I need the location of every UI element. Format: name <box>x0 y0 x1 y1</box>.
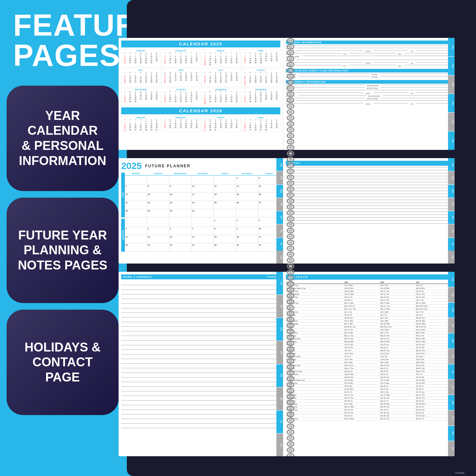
table-row: Eid al-FitrMar 30-31, SunMar 19-20, ThuM… <box>286 325 452 328</box>
july-calendar-block: JULY MONDAY TUESDAY WEDNESDAY THURSDAY F… <box>121 173 280 217</box>
month-april: APRIL SuMoTuWeThFrSa 12345 6789101112 13… <box>241 49 281 67</box>
table-row: Lunar New YearJan 29, WedFeb 17, TueFeb … <box>286 290 452 293</box>
table-row: Eid al-AdhaJun 6, FriMay 26, TueMay 16, … <box>286 349 452 352</box>
table-row: Christmas DayDec 25, ThuDec 25, FriDec 2… <box>286 408 452 411</box>
table-row: Father's DayJun 15, SunJun 21, SunJun 20… <box>286 352 452 355</box>
month-december: DECEMBER SuMoTuWeThFrSa 123456 789101112… <box>241 88 281 106</box>
notes-line <box>286 191 452 191</box>
card-name-row1: CARD NAME PHONE <box>286 73 452 75</box>
month-july: JULY SuMoTuWeThFrSa 12345 6789101112 131… <box>201 68 240 87</box>
na-row <box>121 410 280 414</box>
na-row <box>121 294 280 299</box>
na-row <box>121 391 280 396</box>
na-row <box>121 387 280 391</box>
company-row: COMPANY NAME <box>286 56 452 58</box>
general-info-page: GENERAL INFORMATION NAME ADDRESS CITY ST… <box>283 38 455 150</box>
table-row: PurimMar 13-14, ThuMar 2-3, MonMar 22-23… <box>286 308 452 311</box>
notes-line <box>286 179 452 179</box>
table-row: Valentine's DayFeb 14, FriFeb 14, SatFeb… <box>286 296 452 299</box>
feature-labels-container: YEAR CALENDAR& PERSONALINFORMATION FUTUR… <box>7 86 119 422</box>
july-week3: 14 15 16 17 18 19 20 <box>125 193 280 201</box>
notes-line <box>286 211 452 212</box>
emergency-header: EMERGENCY INFORMATION <box>286 80 452 84</box>
aug-week4: 18 19 20 21 22 23 24 <box>125 243 280 252</box>
table-row: Lincoln's BirthdayFeb 12, WedFeb 12, Thu… <box>286 293 452 296</box>
holidays-header: HOLIDAYS <box>286 274 452 280</box>
spiral-binding <box>287 38 294 456</box>
col-2026: 2026 <box>379 281 415 284</box>
notify-row: NOTIFY RELATIONSHIP <box>286 85 452 87</box>
notes-line <box>286 185 452 185</box>
month-march: MARCH SuMoTuWeThFrSa 1 2345678 910111213… <box>201 49 240 67</box>
city-state-zip-row4: CITY STATE ZIP <box>286 103 452 105</box>
table-row: Veterans DayNov 11, TueNov 11, WedNov 11… <box>286 394 452 397</box>
month-tabs-spread1: JAN FEB MAR APR MAY JUN <box>448 38 455 150</box>
feature-label-year-calendar: YEAR CALENDAR& PERSONALINFORMATION <box>7 86 119 191</box>
month-tabs-spread2-right: JAN FEB MAR APR MAY JUN JUL AUG <box>448 158 455 264</box>
table-row: EasterApr 20, SunApr 5, SunMar 28, Sun <box>286 317 452 320</box>
na-row <box>121 396 280 401</box>
na-row <box>121 341 280 345</box>
na-row <box>121 368 280 373</box>
table-row: Columbus DayOct 13, MonOct 12, MonOct 11… <box>286 382 452 385</box>
table-row: Mother's DayMay 11, SunMay 10, SunMay 9,… <box>286 334 452 337</box>
col-2025: 2025 <box>344 281 379 284</box>
table-row: Cinco de MayoMay 5, MonMay 5, TueMay 5, … <box>286 331 452 334</box>
month-august: AUGUST SuMoTuWeThFrSa 12 3456789 1011121… <box>241 68 281 87</box>
phone-fax-cell-row: PHONE FAX CELL <box>286 53 452 55</box>
lost-stolen-header: LOST/STOLEN CREDIT CARD INFORMATION <box>286 69 452 72</box>
fp-year: 2025 <box>121 161 142 171</box>
na-row <box>121 405 280 410</box>
table-row: Cyber MondayDec 1, MonNov 30, MonNov 29,… <box>286 403 452 406</box>
na-row <box>121 345 280 350</box>
future-planner-page: 2025 FUTURE PLANNER JULY MONDAY TUESDAY … <box>119 158 283 264</box>
notes-line <box>286 217 452 218</box>
notes-line <box>286 176 452 176</box>
table-row: HoliMar 14-15, FriMar 3-4, TueMar 22-23,… <box>286 305 452 308</box>
table-row: JuneteenthJun 19, ThuJun 19, FriJun 19, … <box>286 346 452 349</box>
calendar-2025-page: CALENDAR 2025 JANUARY SuMoTuWeThFrSa 123… <box>119 38 283 150</box>
table-row: Grandparents' DaySep 13, SunSep 13, SunS… <box>286 364 452 367</box>
table-row: New Year's EveDec 31, WedDec 31, ThuDec … <box>286 417 452 420</box>
notes-page: NOTES JAN FEB MAR <box>283 158 455 264</box>
na-title: NAME & ADDRESS <box>123 275 152 278</box>
na-row <box>121 318 280 322</box>
na-row <box>121 382 280 387</box>
table-row: SukkotOct 6, MonSep 25, FriOct 15, Fri <box>286 385 452 388</box>
lost-stolen-section: LOST/STOLEN CREDIT CARD INFORMATION CARD… <box>286 69 452 78</box>
phone-workphone-row2: PHONE WORK PHONE <box>286 98 452 100</box>
table-row: Yom KippurSep 20, SunSep 20, SunOct 10, … <box>286 376 452 379</box>
month-february: FEBRUARY SuMoTuWeThFrSa 1 2345678 910111… <box>161 49 201 67</box>
na-row <box>121 419 280 424</box>
table-row: Independence DayJul 4, FriJul 4, SatJul … <box>286 355 452 358</box>
feature-label-future-year: FUTURE YEARPLANNING &NOTES PAGES <box>7 198 119 303</box>
na-rows-container <box>121 281 280 428</box>
na-row <box>121 336 280 341</box>
july-week5: 28 29 30 31 <box>125 209 280 217</box>
address-row4: ADDRESS <box>286 100 452 102</box>
month-june: JUNE SuMoTuWeThFrSa 1234567 891011121314… <box>161 68 201 87</box>
notes-line <box>286 167 452 167</box>
na-row <box>121 313 280 318</box>
na-row <box>121 304 280 308</box>
general-info-header: GENERAL INFORMATION <box>286 41 452 44</box>
table-row: Rosh HashanahSep 22, MonSep 8 t, FriOct … <box>286 373 452 376</box>
holidays-header-row: HOLIDAY 2025 2026 2027 <box>286 281 452 284</box>
notes-line <box>286 200 452 200</box>
notes-header: NOTES <box>286 161 452 166</box>
month-may: MAY SuMoTuWeThFrSa 123 45678910 11121314… <box>121 68 160 87</box>
table-row: Memorial DayMay 26, MonMay 25, MonMay 31… <box>286 340 452 343</box>
general-information-section: GENERAL INFORMATION NAME ADDRESS CITY ST… <box>286 41 452 67</box>
month-tabs-spread3: JAN FEB MAR APR MAY JUN JUL AUG <box>276 272 283 456</box>
2026-march: MARCH SuMoTuWeThFrSa 1234567 89101112131… <box>201 116 240 132</box>
notes-line <box>286 203 452 203</box>
table-row: Martin Luther King Jr. DayJan 20, MonJan… <box>286 287 452 290</box>
july-label: JULY <box>121 173 125 217</box>
na-header: NAME & ADDRESS PHONE <box>121 274 280 279</box>
2026-april: APRIL SuMoTuWeThFrSa 1234 567891011 1213… <box>241 116 281 132</box>
month-tabs-spread3-right: JAN FEB MAR APR MAY JUN JUL AUG SEP OCT … <box>448 272 455 456</box>
address-row1: ADDRESS <box>286 48 452 50</box>
na-row <box>121 281 280 285</box>
notes-lines <box>286 167 452 224</box>
na-row <box>121 373 280 378</box>
